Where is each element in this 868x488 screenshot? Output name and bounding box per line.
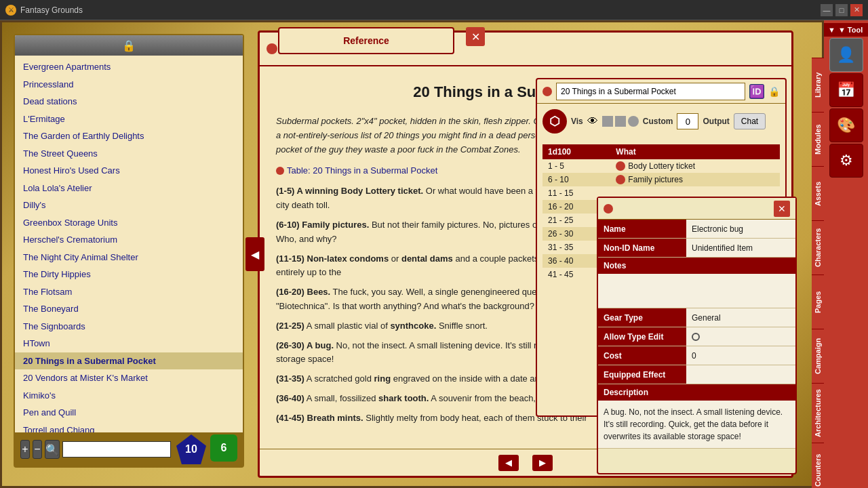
list-item[interactable]: Dilly's	[15, 197, 243, 214]
dice-display: 10 6	[176, 434, 237, 464]
dice-roll-row: ⬡ Vis 👁 Custom Output Chat	[542, 109, 780, 134]
minimize-button[interactable]: —	[821, 4, 833, 16]
list-item[interactable]: HTown	[15, 335, 243, 352]
right-toolbar: ▼ ▼ Tool 👤 📅 🎨 ⚙	[824, 20, 868, 488]
search-input[interactable]	[62, 441, 171, 458]
tool-header: ▼ ▼ Tool	[824, 23, 868, 37]
table-cell-what: Body Lottery ticket	[610, 159, 780, 173]
table-cell-range: 1 - 5	[542, 159, 610, 173]
vis-shape-1	[602, 116, 613, 127]
dice-roller-header: 🆔 🔒	[537, 79, 785, 104]
item-desc-row: Description A bug. No, not the insect. A…	[598, 384, 795, 449]
add-button[interactable]: +	[20, 440, 30, 459]
list-item[interactable]: 20 Things in a Subermal Pocket	[15, 352, 243, 370]
item-cost-row: Cost 0	[598, 346, 795, 365]
row-link-icon	[616, 175, 625, 184]
list-item[interactable]: The Garden of Earthly Delights	[15, 127, 243, 145]
side-label-pages[interactable]: Pages	[812, 274, 824, 329]
list-item[interactable]: Dead stations	[15, 93, 243, 110]
item-link-icon	[604, 204, 613, 214]
table-row: 1 - 5Body Lottery ticket	[542, 159, 780, 173]
close-button[interactable]: ✕	[850, 4, 863, 16]
list-item[interactable]: The Street Queens	[15, 145, 243, 163]
dice-roller-title-input[interactable]	[556, 83, 745, 100]
list-item[interactable]: Honest Hiro's Used Cars	[15, 162, 243, 180]
item-close-button[interactable]: ✕	[774, 201, 790, 217]
reference-title: Reference	[343, 35, 389, 46]
item-nonid-row: Non-ID Name Unidentified Item	[598, 239, 795, 258]
left-panel-footer: + − 🔍 10 6	[15, 432, 243, 466]
app-title: Fantasy Grounds	[20, 5, 83, 15]
item-allow-type-label: Allow Type Edit	[598, 327, 686, 346]
side-label-library[interactable]: Library	[812, 58, 824, 112]
remove-button[interactable]: −	[33, 440, 42, 459]
item-name-label: Name	[598, 220, 686, 238]
row-what-text: Body Lottery ticket	[628, 161, 695, 171]
list-item[interactable]: The Signboards	[15, 318, 243, 336]
item-equipped-value	[686, 365, 795, 384]
list-item[interactable]: 20 Vendors at Mister K's Market	[15, 369, 243, 387]
side-label-architectures[interactable]: Architectures	[812, 383, 824, 443]
list-item[interactable]: Evergreen Apartments	[15, 58, 243, 76]
dice-d10[interactable]: 10	[176, 434, 206, 464]
list-item[interactable]: Kimiko's	[15, 387, 243, 405]
table-cell-range: 6 - 10	[542, 173, 610, 186]
toolbar-paint-btn[interactable]: 🎨	[829, 108, 863, 142]
side-labels: Library Modules Assets Characters Pages …	[812, 58, 824, 488]
custom-label: Custom	[643, 117, 673, 126]
list-item[interactable]: Herschel's Crematorium	[15, 231, 243, 249]
roll-die-icon: ⬡	[549, 114, 560, 129]
item-cost-value: 0	[686, 346, 795, 365]
side-label-characters[interactable]: Characters	[812, 220, 824, 274]
table-header-range: 1d100	[542, 144, 610, 159]
prev-page-button[interactable]: ◀	[498, 455, 519, 471]
list-item[interactable]: The Dirty Hippies	[15, 266, 243, 283]
item-nonid-label: Non-ID Name	[598, 239, 686, 257]
side-label-modules[interactable]: Modules	[812, 112, 824, 166]
list-item[interactable]: The Flotsam	[15, 283, 243, 301]
left-panel: 🔒 Evergreen ApartmentsPrincesslandDead s…	[14, 34, 244, 468]
toolbar-characters-btn[interactable]: 👤	[829, 38, 863, 72]
reference-close-button[interactable]: ✕	[466, 27, 485, 46]
search-icon-button[interactable]: 🔍	[45, 440, 60, 459]
titlebar-left: ⚔ Fantasy Grounds	[5, 5, 83, 16]
vis-shape-2	[615, 116, 626, 127]
toolbar-gear-btn[interactable]: ⚙	[829, 144, 863, 178]
titlebar-controls: — □ ✕	[821, 4, 863, 16]
output-label: Output	[703, 117, 729, 126]
eye-icon: 👁	[587, 115, 598, 127]
reference-title-bar: Reference	[278, 27, 454, 54]
toolbar-calendar-btn[interactable]: 📅	[829, 73, 863, 107]
side-label-campaign[interactable]: Campaign	[812, 329, 824, 383]
table-cell-what: Family pictures	[610, 173, 780, 186]
left-panel-header: 🔒	[15, 35, 243, 56]
chat-button[interactable]: Chat	[734, 113, 766, 129]
side-label-assets[interactable]: Assets	[812, 166, 824, 220]
roll-button[interactable]: ⬡	[542, 109, 567, 134]
list-item[interactable]: L'Ermitage	[15, 110, 243, 128]
list-item[interactable]: The Boneyard	[15, 300, 243, 318]
allow-type-radio[interactable]	[692, 333, 700, 341]
item-gear-label: Gear Type	[598, 308, 686, 327]
next-page-button[interactable]: ▶	[532, 455, 553, 471]
item-notes-row: Notes	[598, 258, 795, 308]
nav-arrow[interactable]: ◀	[245, 237, 264, 271]
dice-roller-lock-icon: 🔒	[768, 86, 780, 97]
dice-roller-link-icon	[542, 87, 552, 96]
table-link-icon	[276, 167, 284, 175]
list-item[interactable]: Greenbox Storage Units	[15, 214, 243, 232]
list-item[interactable]: Lola Lola's Atelier	[15, 180, 243, 197]
reference-list: Evergreen ApartmentsPrincesslandDead sta…	[15, 56, 243, 432]
custom-count-input[interactable]	[677, 113, 698, 129]
vis-label: Vis	[571, 117, 583, 126]
titlebar: ⚔ Fantasy Grounds — □ ✕	[0, 0, 868, 20]
dice-d6[interactable]: 6	[210, 434, 237, 462]
list-item[interactable]: Princessland	[15, 76, 243, 94]
list-item[interactable]: The Night City Animal Shelter	[15, 249, 243, 266]
list-item[interactable]: Pen and Quill	[15, 404, 243, 422]
side-label-counters[interactable]: Counters	[812, 443, 824, 488]
list-item[interactable]: Torrell and Chiang	[15, 422, 243, 433]
maximize-button[interactable]: □	[835, 4, 848, 16]
dice-roller-body: ⬡ Vis 👁 Custom Output Chat	[537, 104, 785, 144]
item-equipped-row: Equipped Effect	[598, 365, 795, 384]
